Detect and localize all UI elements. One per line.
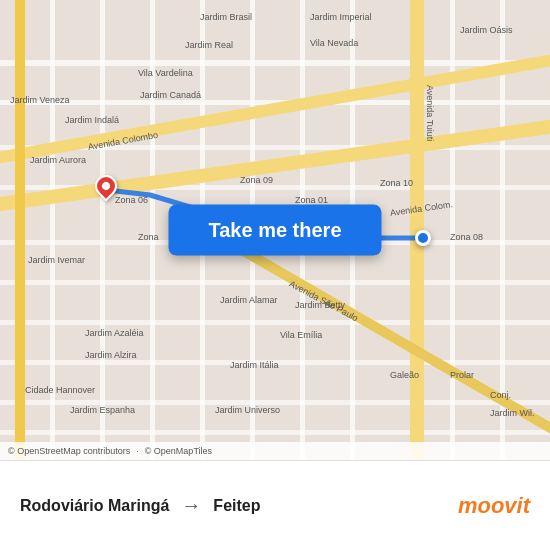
arrow-icon: →	[181, 494, 201, 517]
origin-pin	[90, 170, 121, 201]
location-to: Feitep	[213, 497, 260, 515]
road-vertical-8	[450, 0, 455, 460]
route-info: Rodoviário Maringá → Feitep	[20, 494, 446, 517]
moovit-text: moovit	[458, 493, 530, 519]
location-from: Rodoviário Maringá	[20, 497, 169, 515]
bottom-bar: Rodoviário Maringá → Feitep moovit	[0, 460, 550, 550]
road-vertical-2	[100, 0, 105, 460]
rodovia-moda-road	[15, 0, 25, 460]
road-horizontal-6	[0, 280, 550, 285]
attribution-bar: © OpenStreetMap contributors · © OpenMap…	[0, 442, 550, 460]
road-horizontal-9	[0, 400, 550, 405]
destination-marker	[415, 230, 431, 246]
map-container: Jardim BrasilJardim ImperialJardim RealV…	[0, 0, 550, 460]
attribution-right: © OpenMapTiles	[145, 446, 212, 456]
road-horizontal-1	[0, 60, 550, 66]
road-horizontal-8	[0, 360, 550, 365]
moovit-logo: moovit	[458, 493, 530, 519]
take-me-there-button[interactable]: Take me there	[168, 205, 381, 256]
road-horizontal-10	[0, 430, 550, 435]
road-vertical-1	[50, 0, 55, 460]
road-vertical-3	[150, 0, 155, 460]
attribution-left: © OpenStreetMap contributors	[8, 446, 130, 456]
origin-marker	[95, 175, 117, 203]
road-horizontal-7	[0, 320, 550, 325]
attribution-separator: ·	[136, 446, 139, 456]
